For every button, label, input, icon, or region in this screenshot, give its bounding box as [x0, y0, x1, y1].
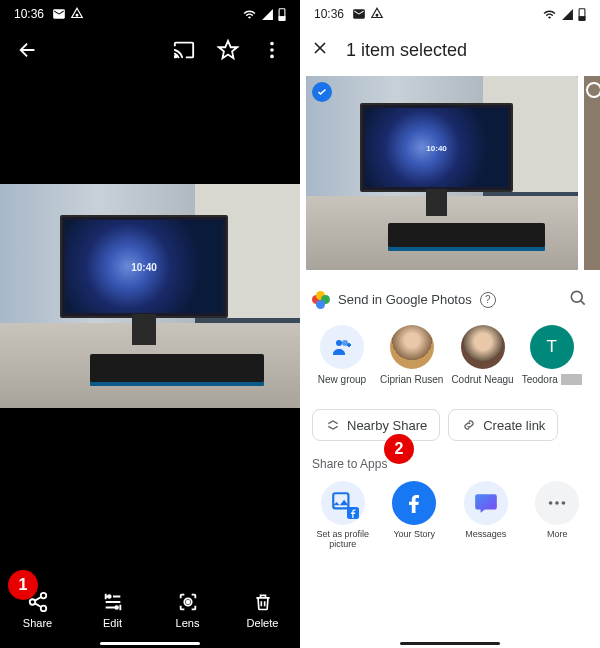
clock-time: 10:36: [14, 7, 44, 21]
app-set-profile[interactable]: Set as profile picture: [312, 481, 374, 550]
more-icon: [535, 481, 579, 525]
contact-avatar: T: [530, 325, 574, 369]
delete-button[interactable]: Delete: [225, 572, 300, 648]
svg-point-4: [270, 42, 274, 46]
svg-point-5: [270, 48, 274, 52]
contact-label: Ciprian Rusen: [380, 374, 443, 385]
svg-point-22: [549, 501, 553, 505]
svg-point-9: [40, 606, 46, 612]
svg-point-11: [115, 606, 118, 609]
svg-point-14: [376, 14, 378, 16]
annotation-badge-2: 2: [384, 434, 414, 464]
edit-button[interactable]: Edit: [75, 572, 150, 648]
cast-button[interactable]: [164, 30, 204, 70]
photo-viewer-screen: 10:36 10:40: [0, 0, 300, 648]
viewer-top-bar: [0, 28, 300, 72]
contact-avatar: [461, 325, 505, 369]
nav-handle[interactable]: [400, 642, 500, 645]
status-right-icons: [542, 8, 586, 21]
svg-point-0: [76, 14, 78, 16]
app-messages[interactable]: Messages: [455, 481, 517, 550]
status-bar: 10:36: [0, 0, 300, 28]
nav-handle[interactable]: [100, 642, 200, 645]
status-right-icons: [242, 8, 286, 21]
new-group-icon: [320, 325, 364, 369]
svg-point-7: [40, 593, 46, 599]
more-options-button[interactable]: [252, 30, 292, 70]
share-top-bar: 1 item selected: [300, 28, 600, 72]
help-icon[interactable]: ?: [480, 292, 496, 308]
edit-label: Edit: [103, 617, 122, 629]
svg-point-24: [562, 501, 566, 505]
photo-preview[interactable]: 10:40: [0, 184, 300, 408]
svg-point-8: [29, 599, 35, 605]
contact-label: Teodora xxxxx: [522, 374, 582, 385]
selected-thumbnail[interactable]: 10:40: [306, 76, 578, 270]
contact-ciprian[interactable]: Ciprian Rusen: [380, 325, 443, 385]
app-your-story[interactable]: Your Story: [384, 481, 446, 550]
selected-check-icon: [312, 82, 332, 102]
app-label: Set as profile picture: [316, 530, 369, 550]
svg-point-17: [571, 291, 582, 302]
svg-point-23: [555, 501, 559, 505]
share-label: Share: [23, 617, 52, 629]
new-group-label: New group: [318, 374, 366, 385]
unselected-ring-icon: [586, 82, 600, 98]
svg-point-3: [175, 56, 177, 58]
next-thumbnail[interactable]: [584, 76, 600, 270]
profile-picture-icon: [321, 481, 365, 525]
status-left-icons: [352, 7, 384, 21]
status-bar: 10:36: [300, 0, 600, 28]
share-sheet: Send in Google Photos ? New group Cipria…: [300, 278, 600, 648]
clock-time: 10:36: [314, 7, 344, 21]
monitor-clock: 10:40: [131, 261, 157, 272]
share-chips: Nearby Share Create link: [312, 409, 588, 441]
lens-label: Lens: [176, 617, 200, 629]
contact-label: Codrut Neagu: [451, 374, 513, 385]
svg-rect-2: [279, 16, 285, 20]
share-sheet-screen: 10:36 1 item selected 10:40: [300, 0, 600, 648]
svg-point-13: [186, 601, 189, 604]
lens-button[interactable]: Lens: [150, 572, 225, 648]
contact-teodora[interactable]: T Teodora xxxxx: [522, 325, 582, 385]
share-to-apps-heading: Share to Apps: [312, 457, 588, 471]
svg-point-6: [270, 55, 274, 59]
annotation-badge-1: 1: [8, 570, 38, 600]
favorite-button[interactable]: [208, 30, 248, 70]
svg-point-10: [107, 595, 110, 598]
svg-point-18: [336, 340, 342, 346]
create-link-label: Create link: [483, 418, 545, 433]
back-button[interactable]: [8, 30, 48, 70]
close-button[interactable]: [310, 38, 330, 63]
send-in-photos-row[interactable]: Send in Google Photos ?: [312, 288, 588, 311]
send-in-photos-label: Send in Google Photos: [338, 292, 472, 307]
facebook-icon: [392, 481, 436, 525]
viewer-bottom-bar: Share Edit Lens Delete: [0, 572, 300, 648]
create-link-chip[interactable]: Create link: [448, 409, 558, 441]
selection-title: 1 item selected: [346, 40, 467, 61]
contact-codrut[interactable]: Codrut Neagu: [451, 325, 513, 385]
nearby-share-chip[interactable]: Nearby Share: [312, 409, 440, 441]
status-left-icons: [52, 7, 84, 21]
messages-icon: [464, 481, 508, 525]
nearby-share-label: Nearby Share: [347, 418, 427, 433]
new-group-button[interactable]: New group: [312, 325, 372, 385]
app-label: Messages: [465, 530, 506, 540]
app-label: More: [547, 530, 568, 540]
contact-avatar: [390, 325, 434, 369]
photo-strip[interactable]: 10:40: [300, 76, 600, 270]
google-photos-icon: [312, 291, 330, 309]
svg-rect-16: [579, 16, 585, 20]
apps-row: Set as profile picture Your Story Messag…: [312, 481, 588, 550]
delete-label: Delete: [247, 617, 279, 629]
app-label: Your Story: [393, 530, 435, 540]
contacts-row: New group Ciprian Rusen Codrut Neagu T T…: [312, 325, 588, 385]
app-more[interactable]: More: [527, 481, 589, 550]
search-button[interactable]: [568, 288, 588, 311]
